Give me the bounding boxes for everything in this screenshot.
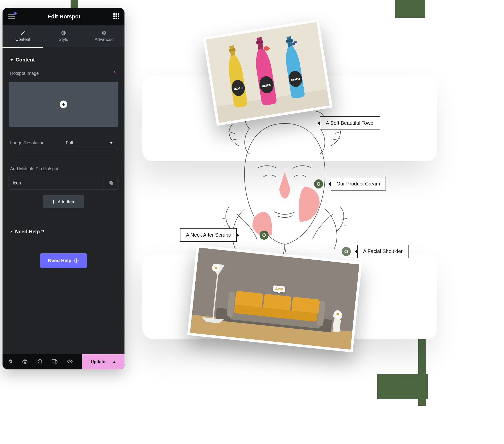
svg-rect-38 xyxy=(113,16,115,17)
tab-label: Advanced xyxy=(95,37,114,42)
tab-advanced[interactable]: Advanced xyxy=(84,25,124,47)
section-title: Need Help ? xyxy=(15,229,44,235)
section-content-header[interactable]: Content xyxy=(9,48,118,67)
caret-up-icon xyxy=(112,360,116,364)
update-button[interactable]: Update xyxy=(82,354,124,369)
tab-label: Style xyxy=(59,37,68,42)
section-title: Content xyxy=(16,57,35,63)
responsive-button[interactable] xyxy=(52,359,57,365)
plus-icon xyxy=(52,200,55,204)
need-help-button[interactable]: Need Help xyxy=(40,253,87,268)
panel-footer: Update xyxy=(3,354,124,369)
pencil-icon xyxy=(20,30,25,36)
image-upload-well[interactable]: + xyxy=(9,82,118,127)
gear-icon xyxy=(102,30,107,36)
contrast-icon xyxy=(61,30,66,36)
svg-rect-39 xyxy=(115,16,117,17)
settings-button[interactable] xyxy=(8,359,13,365)
tab-label: Content xyxy=(15,37,30,42)
tooltip-cream: Our Product Cream xyxy=(331,177,386,191)
history-icon xyxy=(37,359,42,364)
divider xyxy=(9,221,118,221)
repeater-item[interactable]: icon xyxy=(9,176,118,190)
svg-rect-42 xyxy=(115,18,117,19)
navigator-button[interactable] xyxy=(22,359,28,365)
editor-panel: Edit Hotspot Content Style Advanced Cont… xyxy=(3,8,124,369)
caret-down-icon xyxy=(10,58,13,61)
update-label: Update xyxy=(91,359,105,364)
gear-icon xyxy=(8,359,13,364)
notification-dot-icon xyxy=(14,12,17,15)
decorative-shape xyxy=(395,0,425,18)
svg-point-50 xyxy=(76,262,77,262)
tab-content[interactable]: Content xyxy=(3,25,43,47)
divider xyxy=(9,159,118,159)
svg-rect-35 xyxy=(113,13,115,15)
price-tag: $399 xyxy=(273,285,285,293)
copy-icon xyxy=(109,181,113,185)
svg-rect-27 xyxy=(333,319,341,332)
svg-rect-52 xyxy=(55,361,57,363)
select-value: Full xyxy=(66,140,73,146)
help-circle-icon xyxy=(74,258,79,263)
price-text: $399 xyxy=(275,287,283,291)
preview-button[interactable] xyxy=(67,359,73,364)
ai-sparkle-icon[interactable] xyxy=(112,70,117,76)
apps-grid-button[interactable] xyxy=(113,13,119,20)
repeater-item-label: icon xyxy=(9,180,104,186)
plus-icon: + xyxy=(60,101,67,108)
svg-rect-36 xyxy=(115,13,117,15)
devices-icon xyxy=(52,359,57,364)
hotspot-pin-cream[interactable] xyxy=(314,179,323,188)
svg-point-53 xyxy=(69,361,71,362)
caret-down-icon xyxy=(110,141,113,145)
tooltip-text: Our Product Cream xyxy=(336,181,380,186)
caret-right-icon xyxy=(10,230,13,233)
hotspot-pin-neck[interactable] xyxy=(260,231,269,240)
duplicate-button[interactable] xyxy=(104,176,118,189)
image-resolution-select[interactable]: Full xyxy=(62,137,117,149)
decorative-shape xyxy=(377,374,428,399)
section-help-header[interactable]: Need Help ? xyxy=(9,225,118,239)
image-resolution-label: Image Resolution xyxy=(10,140,44,146)
layers-icon xyxy=(22,359,28,364)
tooltip-text: A Soft Beautiful Towel xyxy=(326,120,374,126)
need-help-label: Need Help xyxy=(48,258,72,263)
history-button[interactable] xyxy=(37,359,42,365)
tooltip-text: A Neck After Scrubs xyxy=(186,232,231,238)
tooltip-shoulder: A Facial Shoulder xyxy=(357,245,408,258)
hotspot-pin-shoulder[interactable] xyxy=(342,247,351,256)
panel-title: Edit Hotspot xyxy=(48,13,81,20)
svg-rect-37 xyxy=(118,13,119,15)
tab-style[interactable]: Style xyxy=(43,25,84,47)
svg-rect-43 xyxy=(118,18,119,19)
tooltip-neck: A Neck After Scrubs xyxy=(180,228,237,242)
tooltip-towel: A Soft Beautiful Towel xyxy=(320,116,380,130)
multipin-label: Add Multiple Pin Hotspot xyxy=(10,166,58,172)
svg-rect-41 xyxy=(113,18,115,19)
eye-icon xyxy=(67,359,73,363)
panel-header: Edit Hotspot xyxy=(3,8,124,25)
tooltip-text: A Facial Shoulder xyxy=(363,248,403,254)
hotspot-image-label: Hotspot Image xyxy=(10,71,39,76)
add-item-button[interactable]: Add Item xyxy=(43,195,84,208)
add-item-label: Add Item xyxy=(58,199,75,205)
menu-button[interactable] xyxy=(8,14,15,20)
tabs: Content Style Advanced xyxy=(3,25,124,47)
svg-rect-40 xyxy=(118,16,119,17)
photo-bottles: RIGED RIGED RIGED xyxy=(203,19,333,126)
photo-sofa: $399 xyxy=(187,245,362,352)
